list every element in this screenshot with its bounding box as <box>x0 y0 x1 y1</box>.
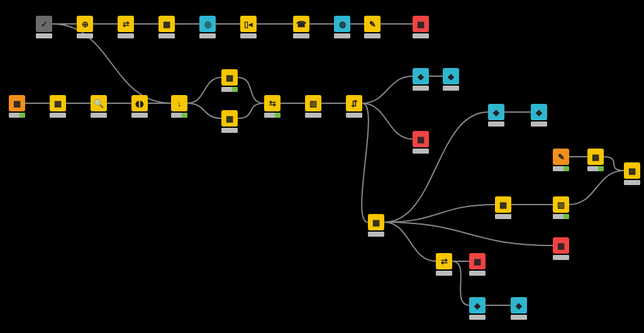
node-joiner[interactable]: ◖◗ <box>131 95 148 118</box>
node-write-table[interactable]: ▦ <box>413 16 429 38</box>
status-lights <box>346 113 362 118</box>
node-map[interactable]: ⇄ <box>118 16 134 38</box>
concat-icon: ▥ <box>305 95 321 111</box>
edge-n15-n17 <box>187 103 221 118</box>
node-merge[interactable]: ⇆ <box>264 95 280 118</box>
node-sorter[interactable]: ↓ <box>171 95 187 118</box>
read-extra-icon: ✎ <box>553 149 569 165</box>
extra-table-icon: ▦ <box>587 149 604 165</box>
inspect-icon: 🔍 <box>91 95 107 111</box>
edge-n30-n32 <box>452 261 469 305</box>
node-column-filter[interactable]: ▯◂ <box>240 16 257 38</box>
status-lights <box>199 33 216 38</box>
node-error-table[interactable]: ▦ <box>413 131 429 154</box>
status-lights <box>587 166 604 171</box>
node-branch-bottom[interactable]: ▦ <box>221 110 238 133</box>
edge-n20-n26 <box>362 103 369 222</box>
node-transform[interactable]: ⇄ <box>436 253 452 276</box>
node-leaf-error[interactable]: ▦ <box>553 237 569 260</box>
edge-n26-n30 <box>384 222 436 261</box>
status-lights <box>553 166 569 171</box>
column-filter-icon: ▯◂ <box>240 16 257 32</box>
node-db-read[interactable]: ◎ <box>199 16 216 38</box>
status-lights <box>77 33 93 38</box>
sorter-icon: ↓ <box>171 95 187 111</box>
node-db-write-a[interactable]: ◆ <box>413 68 429 91</box>
edge-n16-n18 <box>238 77 264 103</box>
node-read-extra[interactable]: ✎ <box>553 149 569 171</box>
node-table[interactable]: ▦ <box>158 16 175 38</box>
row-filter-icon: ▦ <box>50 95 66 111</box>
transform-error-icon: ▦ <box>469 253 486 269</box>
merge-icon: ⇆ <box>264 95 280 111</box>
status-lights <box>553 255 569 260</box>
branch-bottom-icon: ▦ <box>221 110 238 127</box>
node-caller[interactable]: ☎ <box>293 16 309 38</box>
node-concat[interactable]: ▥ <box>305 95 321 118</box>
edge-n35-n36 <box>604 157 624 171</box>
connections-layer <box>0 0 644 333</box>
branch-top-icon: ▦ <box>221 69 238 86</box>
error-table-icon: ▦ <box>413 131 429 147</box>
status-lights <box>488 121 504 127</box>
joiner-icon: ◖◗ <box>131 95 148 111</box>
status-lights <box>469 271 486 276</box>
viewer-a-icon: ◆ <box>443 68 459 84</box>
node-editor[interactable]: ✎ <box>364 16 380 38</box>
edge-n20-n21 <box>362 76 413 103</box>
start-icon: ✓ <box>36 16 52 32</box>
final-db-icon: ◆ <box>469 297 486 313</box>
node-leaf-table[interactable]: ▦ <box>495 196 511 219</box>
node-start[interactable]: ✓ <box>36 16 52 38</box>
status-lights <box>264 113 280 118</box>
node-create-table[interactable]: ⊕ <box>77 16 93 38</box>
transform-icon: ⇄ <box>436 253 452 269</box>
status-lights <box>495 214 511 219</box>
status-lights <box>91 113 107 118</box>
table-icon: ▦ <box>158 16 175 32</box>
db-write-b-icon: ◆ <box>488 104 504 120</box>
status-lights <box>624 180 640 185</box>
status-lights <box>334 33 350 38</box>
status-lights <box>413 149 429 154</box>
node-file-reader[interactable]: ▦ <box>9 95 25 118</box>
edge-n26-n24 <box>384 112 488 222</box>
loop-end-icon: ◍ <box>334 16 350 32</box>
status-lights <box>436 271 452 276</box>
db-write-a-icon: ◆ <box>413 68 429 84</box>
status-lights <box>158 33 175 38</box>
status-lights <box>305 113 321 118</box>
write-table-icon: ▦ <box>413 16 429 32</box>
edge-n15-n16 <box>187 77 221 103</box>
node-hub[interactable]: ▦ <box>368 214 384 237</box>
node-row-filter[interactable]: ▦ <box>50 95 66 118</box>
node-branch-top[interactable]: ▦ <box>221 69 238 92</box>
node-transform-error[interactable]: ▦ <box>469 253 486 276</box>
node-db-write-b[interactable]: ◆ <box>488 104 504 127</box>
node-final-db[interactable]: ◆ <box>469 297 486 320</box>
final-view-icon: ◆ <box>511 297 527 313</box>
status-lights <box>364 33 380 38</box>
node-extra-out[interactable]: ▦ <box>624 162 640 185</box>
status-lights <box>221 87 238 92</box>
node-viewer-b[interactable]: ◆ <box>531 104 547 127</box>
status-lights <box>531 121 547 127</box>
create-table-icon: ⊕ <box>77 16 93 32</box>
node-extra-table[interactable]: ▦ <box>587 149 604 171</box>
status-lights <box>240 33 257 38</box>
node-viewer-a[interactable]: ◆ <box>443 68 459 91</box>
status-lights <box>553 214 569 219</box>
edge-n17-n18 <box>238 103 264 118</box>
workflow-canvas[interactable]: { "canvas": { "width": 1024, "height": 5… <box>0 0 644 333</box>
edge-n26-n29 <box>384 222 553 246</box>
node-final-view[interactable]: ◆ <box>511 297 527 320</box>
node-loop-end[interactable]: ◍ <box>334 16 350 38</box>
status-lights <box>511 315 527 320</box>
node-sort-split[interactable]: ⇵ <box>346 95 362 118</box>
status-lights <box>50 113 66 118</box>
node-inspect[interactable]: 🔍 <box>91 95 107 118</box>
status-lights <box>9 113 25 118</box>
extra-out-icon: ▦ <box>624 162 640 179</box>
node-leaf-concat[interactable]: ▥ <box>553 196 569 219</box>
edge-n1-n15 <box>52 24 171 103</box>
